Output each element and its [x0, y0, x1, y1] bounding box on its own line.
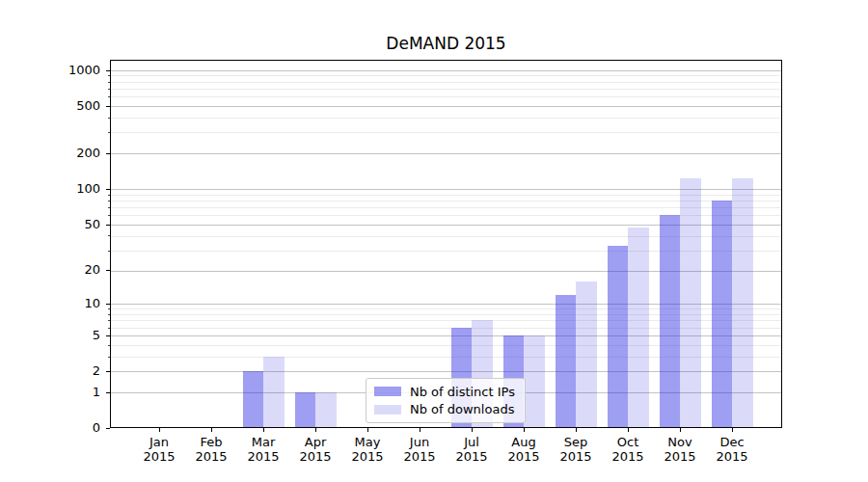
- y-minor-tick: [108, 201, 110, 201]
- y-minor-tick: [108, 328, 110, 329]
- y-tick-label: 50: [42, 217, 100, 232]
- x-tick-label: Apr2015: [286, 435, 344, 464]
- y-minor-tick: [108, 308, 110, 309]
- figure: DeMAND 2015 Nb of distinct IPs Nb of dow…: [0, 0, 868, 482]
- y-tick: [106, 304, 110, 305]
- gridline-minor: [111, 96, 781, 97]
- y-minor-tick: [108, 89, 110, 90]
- x-tick: [367, 428, 368, 432]
- x-tick-label: Jun2015: [391, 435, 448, 464]
- y-tick-label: 2: [42, 363, 100, 379]
- y-minor-tick: [108, 207, 110, 208]
- y-tick: [106, 70, 110, 71]
- bar-downloads-apr: [315, 392, 337, 427]
- legend-swatch-downloads: [374, 405, 401, 415]
- y-minor-tick: [108, 314, 110, 315]
- y-tick: [106, 335, 110, 336]
- bar-downloads-sep: [576, 281, 597, 427]
- x-tick: [263, 428, 264, 432]
- bar-downloads-dec: [732, 178, 753, 427]
- x-tick: [680, 428, 681, 432]
- x-tick: [159, 428, 160, 432]
- y-tick: [106, 106, 110, 107]
- legend-item-distinct-ips: Nb of distinct IPs: [374, 385, 517, 399]
- y-minor-tick: [108, 251, 110, 252]
- y-minor-tick: [108, 96, 110, 97]
- y-tick-label: 0: [42, 420, 100, 436]
- gridline-minor: [111, 132, 781, 133]
- legend-item-downloads: Nb of downloads: [374, 402, 517, 416]
- x-tick-label: May2015: [339, 435, 396, 464]
- bar-distinct-ips-dec: [712, 201, 733, 427]
- bar-distinct-ips-nov: [660, 215, 681, 427]
- x-tick: [472, 428, 473, 432]
- plot-area: [110, 60, 782, 428]
- x-tick-label: Dec2015: [703, 435, 761, 464]
- y-tick-label: 100: [42, 181, 100, 197]
- chart-title: DeMAND 2015: [110, 34, 782, 53]
- y-tick-label: 20: [42, 262, 100, 278]
- y-tick-label: 5: [42, 328, 100, 343]
- y-tick: [106, 270, 110, 271]
- x-tick: [628, 428, 629, 432]
- y-minor-tick: [108, 132, 110, 133]
- y-minor-tick: [108, 235, 110, 236]
- y-minor-tick: [108, 195, 110, 196]
- x-tick: [420, 428, 420, 432]
- x-tick: [315, 428, 316, 432]
- legend-label: Nb of downloads: [410, 402, 514, 416]
- y-tick-label: 500: [42, 98, 100, 114]
- gridline-major: [111, 70, 781, 71]
- x-tick-label: Feb2015: [182, 435, 240, 464]
- gridline-major: [111, 153, 781, 154]
- bar-distinct-ips-oct: [608, 246, 629, 428]
- y-tick: [106, 392, 110, 393]
- gridline-minor: [111, 89, 781, 90]
- y-minor-tick: [108, 75, 110, 76]
- bar-downloads-oct: [628, 228, 649, 427]
- y-tick: [106, 189, 110, 190]
- gridline-minor: [111, 118, 781, 119]
- y-tick-label: 10: [42, 296, 100, 311]
- x-tick: [576, 428, 577, 432]
- gridline-major: [111, 106, 781, 107]
- bar-distinct-ips-mar: [243, 371, 264, 427]
- legend-label: Nb of distinct IPs: [410, 385, 515, 399]
- x-tick-label: Jan2015: [130, 435, 188, 464]
- x-tick-label: Jul2015: [443, 435, 501, 464]
- x-tick-label: Oct2015: [599, 435, 657, 464]
- y-tick: [106, 225, 110, 226]
- y-minor-tick: [108, 320, 110, 321]
- y-minor-tick: [108, 118, 110, 119]
- x-tick: [524, 428, 525, 432]
- bar-downloads-nov: [680, 178, 701, 427]
- y-minor-tick: [108, 345, 110, 346]
- y-minor-tick: [108, 357, 110, 358]
- bar-downloads-aug: [524, 335, 545, 427]
- bar-distinct-ips-sep: [556, 295, 577, 427]
- y-tick-label: 1: [42, 385, 100, 400]
- bar-distinct-ips-apr: [295, 392, 316, 427]
- x-tick-label: Mar2015: [234, 435, 292, 464]
- gridline-minor: [111, 82, 781, 83]
- bar-downloads-mar: [263, 357, 285, 427]
- y-tick-label: 200: [42, 146, 100, 161]
- x-tick-label: Nov2015: [651, 435, 709, 464]
- y-tick: [106, 153, 110, 154]
- x-tick: [732, 428, 733, 432]
- x-tick-label: Aug2015: [495, 435, 553, 464]
- y-tick-label: 1000: [42, 63, 100, 78]
- x-tick-label: Sep2015: [547, 435, 605, 464]
- y-tick: [106, 371, 110, 372]
- y-minor-tick: [108, 82, 110, 83]
- gridline-minor: [111, 75, 781, 76]
- x-tick: [211, 428, 212, 432]
- y-minor-tick: [108, 215, 110, 216]
- legend: Nb of distinct IPs Nb of downloads: [366, 378, 526, 423]
- y-tick: [106, 428, 110, 429]
- legend-swatch-distinct-ips: [374, 387, 401, 396]
